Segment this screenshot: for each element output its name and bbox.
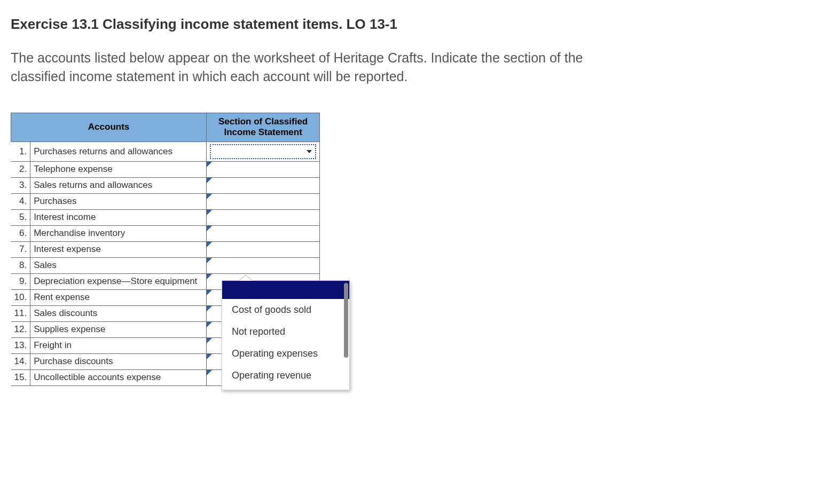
dropdown-option[interactable]: Cost of goods sold <box>222 299 349 321</box>
row-number: 2. <box>11 161 30 177</box>
section-select-cell[interactable] <box>207 193 320 209</box>
account-name: Sales <box>30 257 207 273</box>
dropdown-indicator-icon <box>207 338 212 343</box>
header-accounts: Accounts <box>11 113 207 142</box>
account-name: Uncollectible accounts expense <box>30 369 207 385</box>
dropdown-indicator-icon <box>207 194 212 199</box>
row-number: 5. <box>11 209 30 225</box>
table-row: 3. Sales returns and allowances <box>11 177 320 193</box>
dropdown-indicator-icon <box>207 306 212 311</box>
account-name: Interest expense <box>30 241 207 257</box>
row-number: 10. <box>11 289 30 305</box>
dropdown-indicator-icon <box>207 178 212 183</box>
row-number: 6. <box>11 225 30 241</box>
dropdown-scrollbar[interactable] <box>344 283 348 358</box>
account-name: Sales discounts <box>30 305 207 321</box>
exercise-instructions: The accounts listed below appear on the … <box>11 49 609 86</box>
dropdown-indicator-icon <box>207 322 212 327</box>
dropdown-indicator-icon <box>207 210 212 215</box>
section-select-cell[interactable] <box>207 209 320 225</box>
account-name: Purchase discounts <box>30 353 207 369</box>
dropdown-indicator-icon <box>207 226 212 231</box>
dropdown-indicator-icon <box>207 274 212 279</box>
table-row: 5. Interest income <box>11 209 320 225</box>
account-name: Interest income <box>30 209 207 225</box>
dropdown-indicator-icon <box>207 162 212 167</box>
dropdown-option[interactable]: Operating expenses <box>222 343 349 365</box>
account-name: Sales returns and allowances <box>30 177 207 193</box>
account-name: Purchases returns and allowances <box>30 141 207 161</box>
row-number: 11. <box>11 305 30 321</box>
row-number: 12. <box>11 321 30 337</box>
dropdown-indicator-icon <box>207 290 212 295</box>
row-number: 7. <box>11 241 30 257</box>
dropdown-option[interactable]: Operating revenue <box>222 365 349 387</box>
dropdown-indicator-icon <box>207 258 212 263</box>
account-name: Telephone expense <box>30 161 207 177</box>
dropdown-indicator-icon <box>207 354 212 359</box>
account-name: Rent expense <box>30 289 207 305</box>
exercise-title: Exercise 13.1 Classifying income stateme… <box>11 16 820 33</box>
row-number: 14. <box>11 353 30 369</box>
account-name: Purchases <box>30 193 207 209</box>
dropdown-pointer-icon <box>238 274 253 281</box>
header-section: Section of Classified Income Statement <box>207 113 320 142</box>
account-name: Merchandise inventory <box>30 225 207 241</box>
row-number: 3. <box>11 177 30 193</box>
table-row: 6. Merchandise inventory <box>11 225 320 241</box>
dropdown-option[interactable]: Not reported <box>222 321 349 343</box>
row-number: 1. <box>11 141 30 161</box>
account-name: Freight in <box>30 337 207 353</box>
section-select-cell[interactable] <box>207 177 320 193</box>
exercise-table-wrap: Accounts Section of Classified Income St… <box>11 113 331 386</box>
section-select-cell[interactable] <box>207 161 320 177</box>
table-row: 2. Telephone expense <box>11 161 320 177</box>
account-name: Supplies expense <box>30 321 207 337</box>
row-number: 4. <box>11 193 30 209</box>
row-number: 9. <box>11 273 30 289</box>
dropdown-option-blank[interactable] <box>222 281 349 299</box>
section-select-cell[interactable] <box>207 241 320 257</box>
account-name: Depreciation expense—Store equipment <box>30 273 207 289</box>
row-number: 15. <box>11 369 30 385</box>
dropdown-indicator-icon <box>207 242 212 247</box>
section-select-cell[interactable] <box>207 257 320 273</box>
section-select-cell[interactable] <box>207 225 320 241</box>
row-number: 8. <box>11 257 30 273</box>
row-number: 13. <box>11 337 30 353</box>
table-row: 1. Purchases returns and allowances <box>11 141 320 161</box>
section-select-cell-active[interactable] <box>207 141 320 161</box>
table-row: 8. Sales <box>11 257 320 273</box>
chevron-down-icon <box>307 150 312 153</box>
dropdown-indicator-icon <box>207 370 212 375</box>
table-row: 7. Interest expense <box>11 241 320 257</box>
section-dropdown-panel[interactable]: Cost of goods sold Not reported Operatin… <box>222 280 350 390</box>
table-row: 4. Purchases <box>11 193 320 209</box>
